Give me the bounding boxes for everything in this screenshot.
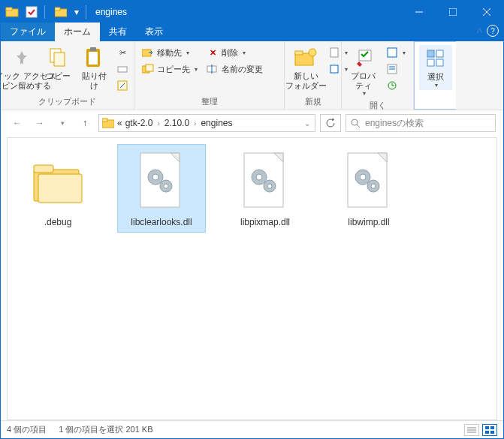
scissors-icon: ✂ [116, 47, 128, 59]
tab-file[interactable]: ファイル [1, 23, 55, 41]
file-item-libclearlooks[interactable]: libclearlooks.dll [117, 144, 206, 233]
maximize-button[interactable] [436, 1, 469, 23]
history-button[interactable] [383, 79, 409, 92]
separator [86, 5, 86, 19]
minimize-button[interactable] [402, 1, 436, 23]
crumb-1[interactable]: 2.10.0 [164, 118, 189, 128]
crumb-2[interactable]: engines [201, 118, 232, 128]
copy-button[interactable]: コピー [41, 44, 74, 83]
move-icon [142, 47, 154, 59]
dll-icon [339, 149, 399, 214]
clipboard-extra: ✂ [113, 44, 131, 92]
addr-dropdown-icon[interactable]: ⌄ [303, 119, 312, 128]
properties-button[interactable]: プロパティ ▾ [346, 44, 380, 98]
up-button[interactable]: ↑ [76, 114, 94, 132]
file-name: libwimp.dll [348, 217, 389, 227]
ribbon-group-clipboard: クイック アクセス にピン留めする コピー 貼り付け ✂ クリップボード [1, 41, 134, 110]
edit-icon [386, 63, 398, 75]
paste-icon [82, 46, 106, 70]
svg-rect-18 [146, 65, 153, 71]
file-name: .debug [44, 217, 72, 227]
chevron-down-icon: ▾ [363, 90, 366, 97]
refresh-button[interactable] [320, 114, 341, 132]
svg-rect-35 [436, 59, 443, 66]
svg-rect-32 [427, 50, 434, 57]
select-icon [424, 47, 448, 71]
ribbon-group-new: 新しい フォルダー ▾ ▾ 新規 [285, 41, 342, 110]
select-button[interactable]: 選択 ▾ [419, 45, 452, 90]
svg-rect-1 [6, 8, 12, 11]
group-label-clipboard: クリップボード [5, 95, 129, 110]
delete-icon: ✕ [207, 47, 219, 59]
help-icon[interactable]: ? [487, 25, 499, 37]
svg-point-54 [267, 184, 272, 188]
svg-rect-34 [427, 59, 434, 66]
open-button[interactable]: ▾ [383, 46, 409, 59]
svg-rect-13 [90, 47, 96, 51]
path-icon [116, 63, 128, 75]
window-title: engines [95, 7, 127, 17]
tab-share[interactable]: 共有 [100, 23, 136, 41]
paste-button[interactable]: 貼り付け [77, 44, 110, 92]
chevron-down-icon: ▾ [186, 50, 189, 56]
rename-button[interactable]: 名前の変更 [204, 62, 266, 76]
tab-home[interactable]: ホーム [55, 23, 100, 41]
svg-rect-67 [490, 431, 494, 434]
item-count: 4 個の項目 [7, 424, 47, 435]
selection-info: 1 個の項目を選択 201 KB [59, 424, 152, 435]
copy-path-button[interactable] [113, 62, 131, 76]
move-to-button[interactable]: 移動先▾ [139, 46, 201, 59]
copy-to-button[interactable]: コピー先▾ [139, 62, 201, 76]
ribbon-tabs: ファイル ホーム 共有 表示 ᐱ ? [1, 23, 503, 41]
back-button[interactable]: ← [8, 114, 26, 132]
ribbon-group-organize: 移動先▾ コピー先▾ ✕削除▾ 名前の変更 整理 [134, 41, 285, 110]
svg-rect-12 [89, 52, 98, 65]
svg-point-23 [309, 49, 316, 56]
qat-dropdown-icon[interactable]: ▾ [72, 4, 81, 20]
icons-view-button[interactable] [482, 424, 497, 436]
file-name: libpixmap.dll [240, 217, 290, 227]
file-item-debug[interactable]: .debug [14, 144, 102, 233]
chevron-down-icon: ▾ [243, 50, 246, 56]
search-icon [351, 119, 361, 128]
group-label-select [419, 105, 451, 109]
delete-button[interactable]: ✕削除▾ [204, 46, 266, 59]
address-bar[interactable]: « gtk-2.0› 2.10.0› engines ⌄ [98, 114, 315, 132]
collapse-ribbon-icon[interactable]: ᐱ [477, 26, 482, 35]
new-folder-button[interactable]: 新しい フォルダー [289, 44, 322, 92]
file-name: libclearlooks.dll [131, 217, 192, 227]
ribbon-group-select: 選択 ▾ [414, 41, 456, 110]
svg-rect-6 [449, 8, 457, 16]
file-item-libpixmap[interactable]: libpixmap.dll [221, 144, 309, 233]
new-item-icon [328, 47, 340, 59]
crumb-0[interactable]: gtk-2.0 [125, 118, 153, 128]
open-icon [386, 47, 398, 59]
chevron-right-icon[interactable]: › [192, 119, 198, 128]
quick-access-toolbar: ▾ [1, 1, 91, 23]
svg-rect-37 [102, 119, 107, 122]
easy-icon [328, 63, 340, 75]
crumb-prefix[interactable]: « [117, 118, 122, 128]
svg-rect-14 [118, 67, 127, 72]
group-label-organize: 整理 [139, 95, 279, 110]
edit-button[interactable] [383, 62, 409, 76]
details-view-button[interactable] [464, 424, 479, 436]
svg-point-46 [152, 174, 158, 180]
cut-button[interactable]: ✂ [113, 46, 131, 59]
recent-dropdown[interactable]: ▾ [53, 114, 71, 132]
pin-to-quickaccess-button[interactable]: クイック アクセス にピン留めする [5, 44, 38, 92]
file-list[interactable]: .debug libclearlooks.dll libpixmap.dll l… [7, 137, 497, 420]
chevron-right-icon[interactable]: › [155, 119, 161, 128]
folder-icon [28, 149, 88, 214]
svg-point-48 [164, 184, 168, 188]
search-box[interactable]: enginesの検索 [346, 114, 496, 132]
tab-view[interactable]: 表示 [136, 23, 172, 41]
copy-icon [46, 46, 70, 70]
file-item-libwimp[interactable]: libwimp.dll [324, 144, 413, 233]
qat-folder-icon[interactable] [53, 4, 69, 20]
qat-save-icon[interactable] [23, 4, 40, 20]
paste-shortcut-button[interactable] [113, 79, 131, 92]
forward-button[interactable]: → [31, 114, 49, 132]
search-placeholder: enginesの検索 [365, 117, 424, 130]
close-button[interactable] [469, 1, 503, 23]
